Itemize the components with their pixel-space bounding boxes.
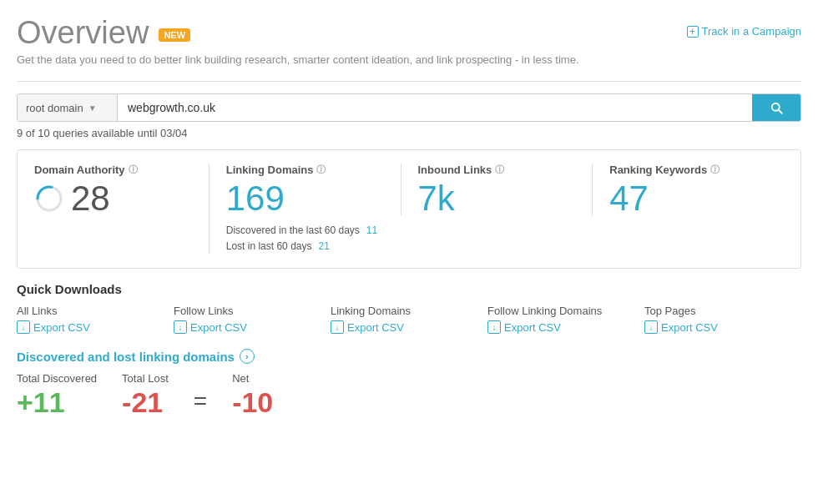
- download-label: Top Pages: [644, 305, 801, 317]
- inbound-links-info-icon[interactable]: ⓘ: [495, 164, 504, 176]
- download-item: All Links ↓ Export CSV: [17, 305, 174, 334]
- track-campaign-label: Track in a Campaign: [702, 25, 801, 38]
- linking-domains-value: 169: [226, 181, 384, 216]
- inbound-links-label: Inbound Links ⓘ: [418, 164, 576, 176]
- linking-domains-block: Linking Domains ⓘ 169 Discovered in the …: [209, 164, 401, 255]
- download-item: Follow Linking Domains ↓ Export CSV: [487, 305, 644, 334]
- discovered-section: Discovered and lost linking domains › To…: [17, 349, 801, 416]
- search-bar: root domain ▼: [17, 93, 801, 122]
- download-label: Linking Domains: [331, 305, 487, 317]
- domain-authority-value: 28: [34, 181, 192, 216]
- quick-downloads-title: Quick Downloads: [17, 282, 801, 296]
- inbound-links-value: 7k: [418, 181, 576, 216]
- export-label: Export CSV: [33, 321, 90, 334]
- export-icon: ↓: [174, 320, 187, 334]
- domain-type-select[interactable]: root domain ▼: [18, 94, 118, 121]
- header-divider: [17, 81, 801, 82]
- domain-authority-circle: [34, 184, 64, 214]
- export-csv-link[interactable]: ↓ Export CSV: [174, 320, 331, 334]
- export-label: Export CSV: [661, 321, 718, 334]
- total-lost-col: Total Lost -21: [122, 372, 169, 416]
- export-csv-link[interactable]: ↓ Export CSV: [644, 320, 801, 334]
- export-icon: ↓: [487, 320, 501, 334]
- ranking-keywords-block: Ranking Keywords ⓘ 47: [592, 164, 784, 216]
- export-icon: ↓: [331, 320, 344, 334]
- linking-domains-label: Linking Domains ⓘ: [226, 164, 384, 176]
- stats-panel: Domain Authority ⓘ 28 Linking Domains ⓘ …: [17, 149, 801, 269]
- ranking-keywords-info-icon[interactable]: ⓘ: [710, 164, 720, 176]
- download-item: Follow Links ↓ Export CSV: [174, 305, 331, 334]
- search-icon: [769, 100, 784, 115]
- downloads-row: All Links ↓ Export CSV Follow Links ↓ Ex…: [17, 305, 801, 334]
- net-col: Net -10: [232, 372, 273, 416]
- linking-domains-info-icon[interactable]: ⓘ: [316, 164, 326, 176]
- page-title: Overview: [17, 17, 149, 48]
- export-csv-link[interactable]: ↓ Export CSV: [487, 320, 644, 334]
- ranking-keywords-label: Ranking Keywords ⓘ: [609, 164, 767, 176]
- export-label: Export CSV: [190, 321, 247, 334]
- download-label: All Links: [17, 305, 174, 317]
- subtitle: Get the data you need to do better link …: [17, 53, 801, 66]
- export-icon: ↓: [644, 320, 658, 334]
- discovered-title: Discovered and lost linking domains ›: [17, 349, 801, 364]
- plus-icon: +: [687, 26, 699, 38]
- export-label: Export CSV: [347, 321, 404, 334]
- linking-domains-sub: Discovered in the last 60 days 11 Lost i…: [226, 223, 384, 255]
- search-button[interactable]: [752, 94, 800, 121]
- new-badge: NEW: [159, 28, 190, 42]
- total-discovered-label: Total Discovered: [17, 372, 97, 385]
- domain-authority-label: Domain Authority ⓘ: [34, 164, 192, 176]
- equals-sign: =: [194, 388, 207, 415]
- download-label: Follow Linking Domains: [487, 305, 644, 317]
- total-discovered-col: Total Discovered +11: [17, 372, 97, 416]
- download-item: Linking Domains ↓ Export CSV: [331, 305, 487, 334]
- download-item: Top Pages ↓ Export CSV: [644, 305, 801, 334]
- domain-type-label: root domain: [26, 102, 83, 114]
- ranking-keywords-value: 47: [609, 181, 767, 216]
- export-icon: ↓: [17, 320, 30, 334]
- query-info: 9 of 10 queries available until 03/04: [17, 127, 801, 139]
- circle-arrow-icon[interactable]: ›: [240, 349, 255, 364]
- domain-authority-info-icon[interactable]: ⓘ: [129, 164, 138, 176]
- search-input[interactable]: [118, 94, 752, 121]
- net-label: Net: [232, 372, 273, 385]
- domain-authority-block: Domain Authority ⓘ 28: [34, 164, 209, 216]
- export-csv-link[interactable]: ↓ Export CSV: [17, 320, 174, 334]
- export-csv-link[interactable]: ↓ Export CSV: [331, 320, 487, 334]
- chevron-down-icon: ▼: [88, 103, 97, 113]
- total-lost-value: -21: [122, 388, 169, 416]
- quick-downloads-section: Quick Downloads All Links ↓ Export CSV F…: [17, 282, 801, 334]
- export-label: Export CSV: [504, 321, 561, 334]
- download-label: Follow Links: [174, 305, 331, 317]
- track-campaign-link[interactable]: + Track in a Campaign: [687, 25, 801, 38]
- total-discovered-value: +11: [17, 388, 97, 416]
- total-lost-label: Total Lost: [122, 372, 169, 385]
- inbound-links-block: Inbound Links ⓘ 7k: [401, 164, 593, 216]
- net-value: -10: [232, 388, 273, 416]
- discovered-stats: Total Discovered +11 Total Lost -21 = Ne…: [17, 372, 801, 416]
